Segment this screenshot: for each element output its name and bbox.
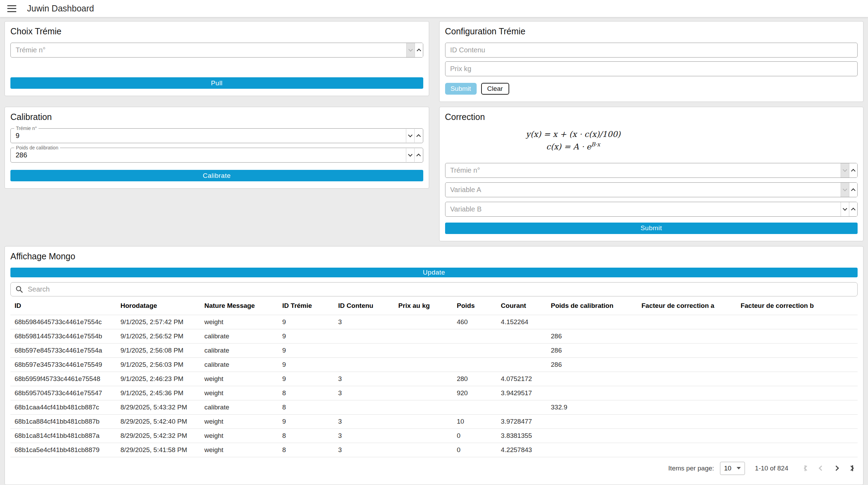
cell-facteur-correction-b [736,443,858,457]
cell-id: 68b1caa44cf41bb481cb887c [10,400,116,414]
cell-poids: 920 [453,386,497,400]
dropdown-caret-icon [737,467,741,469]
increment-button[interactable] [849,202,857,216]
decrement-button[interactable] [841,202,849,216]
cell-poids-de-calibration: 286 [547,343,637,357]
cell-courant: 3.9429517 [497,386,547,400]
cell-facteur-correction-b [736,414,858,428]
column-header-id-tremie: ID Trémie [278,298,334,315]
cell-poids: 280 [453,372,497,386]
prix-kg-input[interactable] [445,61,858,76]
cell-poids-de-calibration: 286 [547,357,637,372]
table-row: 68b1ca884cf41bb481cb887b 8/29/2025, 5:42… [10,414,858,428]
prev-page-button [816,463,826,474]
variable-a-input[interactable] [445,182,858,197]
calibration-poids-field: Poids de calibration [10,148,423,163]
cell-id: 68b1ca5e4cf41bb481cb8879 [10,443,116,457]
cell-courant: 4.2257843 [497,443,547,457]
middle-panels-row: Calibration Trémie n° Poids de calibrati… [5,107,863,241]
variable-a-combo [445,182,858,197]
update-button[interactable]: Update [10,268,858,277]
increment-button[interactable] [415,43,423,57]
config-submit-button[interactable]: Submit [445,83,477,95]
calibrate-button[interactable]: Calibrate [10,170,423,181]
tremie-number-combo [10,43,423,58]
last-page-button[interactable] [846,463,856,474]
cell-horodatage: 8/29/2025, 5:42:32 PM [116,428,200,443]
cell-id-tremie: 8 [278,386,334,400]
cell-horodatage: 9/1/2025, 2:56:52 PM [116,329,200,343]
cell-id-tremie: 8 [278,443,334,457]
choix-tremie-input[interactable] [10,43,423,58]
cell-nature-message: weight [200,428,278,443]
cell-poids-de-calibration [547,414,637,428]
cell-facteur-correction-b [736,372,858,386]
column-header-id: ID [10,298,116,315]
cell-id: 68b5957045733c4461e75547 [10,386,116,400]
cell-id: 68b1ca814cf41bb481cb887a [10,428,116,443]
calibration-poids-label: Poids de calibration [14,145,60,150]
decrement-button [406,43,415,57]
cell-id-contenu [334,400,394,414]
cell-courant [497,329,547,343]
cell-poids-de-calibration: 286 [547,329,637,343]
increment-button[interactable] [414,129,423,142]
app-title: Juwin Dashboard [27,3,94,14]
cell-nature-message: weight [200,386,278,400]
menu-icon[interactable] [7,5,16,12]
chevron-down-icon [408,133,413,137]
cell-id-contenu [334,343,394,357]
decrement-button[interactable] [406,148,414,162]
cell-prix-au-kg [394,386,453,400]
page-size-select[interactable]: 10 [720,462,745,475]
variable-b-combo [445,202,858,217]
panel-affichage-title: Affichage Mongo [10,251,858,261]
increment-button[interactable] [414,148,423,162]
column-header-nature-message: Nature Message [200,298,278,315]
cell-prix-au-kg [394,315,453,329]
cell-id-contenu: 3 [334,428,394,443]
cell-facteur-correction-a [637,329,737,343]
chevron-right-icon [833,466,839,471]
cell-poids: 0 [453,443,497,457]
next-page-button[interactable] [831,463,841,474]
calibration-poids-input[interactable] [11,148,423,162]
column-header-poids: Poids [453,298,497,315]
chevron-up-icon [416,134,421,139]
cell-poids [453,357,497,372]
cell-courant: 3.8381355 [497,428,547,443]
correction-submit-button[interactable]: Submit [445,223,858,234]
decrement-button[interactable] [406,129,414,142]
variable-b-input[interactable] [445,202,858,217]
cell-horodatage: 8/29/2025, 5:42:40 PM [116,414,200,428]
cell-poids-de-calibration [547,372,637,386]
cell-prix-au-kg [394,414,453,428]
id-contenu-input[interactable] [445,43,858,58]
cell-nature-message: weight [200,414,278,428]
calibration-tremie-input[interactable] [11,129,423,143]
correction-tremie-combo [445,163,858,178]
cell-nature-message: weight [200,315,278,329]
cell-facteur-correction-b [736,386,858,400]
cell-courant: 4.152264 [497,315,547,329]
correction-tremie-input[interactable] [445,163,858,178]
chevron-up-icon [851,208,856,212]
config-clear-button[interactable]: Clear [481,83,509,95]
paginator: Items per page: 10 1-10 of 824 [10,457,858,478]
search-input[interactable] [27,285,853,294]
cell-horodatage: 8/29/2025, 5:41:58 PM [116,443,200,457]
cell-horodatage: 9/1/2025, 2:56:08 PM [116,343,200,357]
pull-button[interactable]: Pull [10,77,423,89]
panel-correction: Correction y(x) = x + (x · c(x)/100) c(x… [439,107,864,241]
cell-facteur-correction-b [736,329,858,343]
column-header-courant: Courant [497,298,547,315]
increment-button[interactable] [849,163,857,177]
increment-button[interactable] [849,183,857,197]
cell-id: 68b1ca884cf41bb481cb887b [10,414,116,428]
cell-courant [497,343,547,357]
table-row: 68b1ca814cf41bb481cb887a 8/29/2025, 5:42… [10,428,858,443]
cell-courant: 4.0752172 [497,372,547,386]
cell-nature-message: calibrate [200,357,278,372]
chevron-up-icon [417,49,421,53]
main-content: Choix Trémie Pull Configuration Trémie S… [0,17,868,485]
